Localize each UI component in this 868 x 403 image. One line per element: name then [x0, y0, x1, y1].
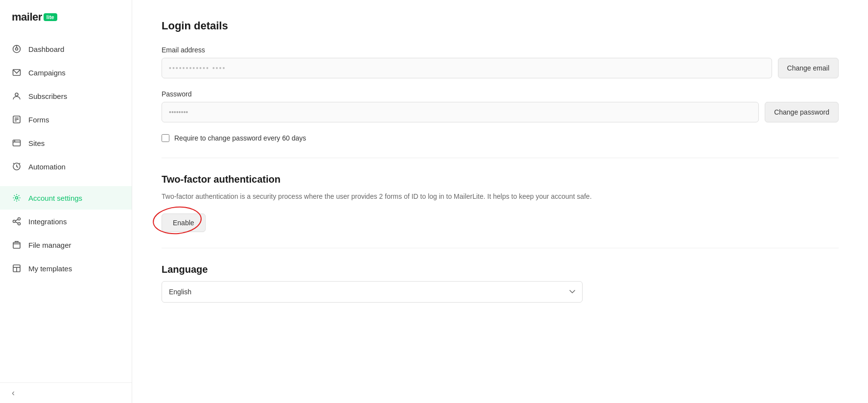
section-divider-1 [162, 158, 839, 158]
email-field-group: Email address Change email [162, 46, 839, 78]
svg-line-16 [15, 219, 18, 221]
sidebar-label-subscribers: Subscribers [28, 92, 67, 100]
language-section: Language English Spanish French German P… [162, 264, 839, 303]
sidebar-collapse-area: ‹ [0, 382, 132, 403]
svg-point-1 [16, 48, 18, 50]
sidebar-item-integrations[interactable]: Integrations [0, 210, 132, 233]
email-input[interactable] [162, 58, 772, 78]
change-email-button[interactable]: Change email [778, 58, 839, 78]
sidebar-item-sites[interactable]: Sites [0, 131, 132, 155]
password-field-group: Password Change password [162, 90, 839, 122]
svg-point-14 [18, 218, 21, 220]
two-factor-title: Two-factor authentication [162, 174, 839, 185]
sidebar: mailer lite Dashboard Campaigns [0, 0, 132, 403]
require-password-row: Require to change password every 60 days [162, 134, 839, 142]
file-manager-icon [12, 240, 22, 250]
change-password-button[interactable]: Change password [765, 102, 839, 122]
sidebar-label-forms: Forms [28, 116, 49, 124]
subscribers-icon [12, 91, 22, 101]
automation-icon [12, 162, 22, 171]
sidebar-label-campaigns: Campaigns [28, 69, 66, 77]
svg-rect-9 [13, 140, 21, 146]
enable-2fa-button[interactable]: Enable [162, 213, 206, 232]
sidebar-label-account-settings: Account settings [28, 194, 82, 202]
forms-icon [12, 115, 22, 124]
language-select[interactable]: English Spanish French German Portuguese… [162, 281, 583, 303]
svg-point-13 [13, 220, 16, 223]
sidebar-item-account-settings[interactable]: Account settings [0, 186, 132, 210]
sidebar-label-dashboard: Dashboard [28, 45, 64, 53]
login-details-title: Login details [162, 20, 839, 32]
sites-icon [12, 138, 22, 148]
sidebar-item-campaigns[interactable]: Campaigns [0, 61, 132, 84]
password-input[interactable] [162, 102, 759, 122]
sidebar-item-my-templates[interactable]: My templates [0, 257, 132, 280]
svg-point-4 [15, 93, 18, 96]
campaigns-icon [12, 68, 22, 77]
sidebar-item-dashboard[interactable]: Dashboard [0, 37, 132, 61]
svg-line-17 [15, 222, 18, 223]
password-input-row: Change password [162, 102, 839, 122]
sidebar-label-file-manager: File manager [28, 241, 71, 249]
password-label: Password [162, 90, 839, 98]
sidebar-item-subscribers[interactable]: Subscribers [0, 84, 132, 108]
enable-button-wrapper: Enable [162, 213, 206, 232]
two-factor-description: Two-factor authentication is a security … [162, 191, 602, 202]
sidebar-label-my-templates: My templates [28, 264, 72, 273]
brand-name: mailer [12, 11, 42, 24]
sidebar-item-forms[interactable]: Forms [0, 108, 132, 131]
dashboard-icon [12, 44, 22, 54]
sidebar-label-integrations: Integrations [28, 217, 67, 226]
main-content: Login details Email address Change email… [132, 0, 868, 403]
email-input-row: Change email [162, 58, 839, 78]
sidebar-label-automation: Automation [28, 163, 66, 171]
integrations-icon [12, 216, 22, 226]
email-label: Email address [162, 46, 839, 54]
section-divider-2 [162, 248, 839, 248]
sidebar-item-file-manager[interactable]: File manager [0, 233, 132, 257]
logo: mailer lite [0, 0, 132, 37]
sidebar-item-automation[interactable]: Automation [0, 155, 132, 178]
templates-icon [12, 263, 22, 273]
svg-point-12 [16, 197, 18, 199]
brand-badge: lite [44, 13, 57, 21]
sidebar-collapse-button[interactable]: ‹ [12, 388, 15, 398]
language-title: Language [162, 264, 839, 275]
require-password-checkbox[interactable] [162, 134, 169, 142]
sidebar-label-sites: Sites [28, 139, 45, 147]
settings-icon [12, 193, 22, 203]
svg-rect-18 [13, 242, 20, 248]
svg-point-15 [18, 223, 21, 225]
require-password-label: Require to change password every 60 days [174, 134, 306, 142]
